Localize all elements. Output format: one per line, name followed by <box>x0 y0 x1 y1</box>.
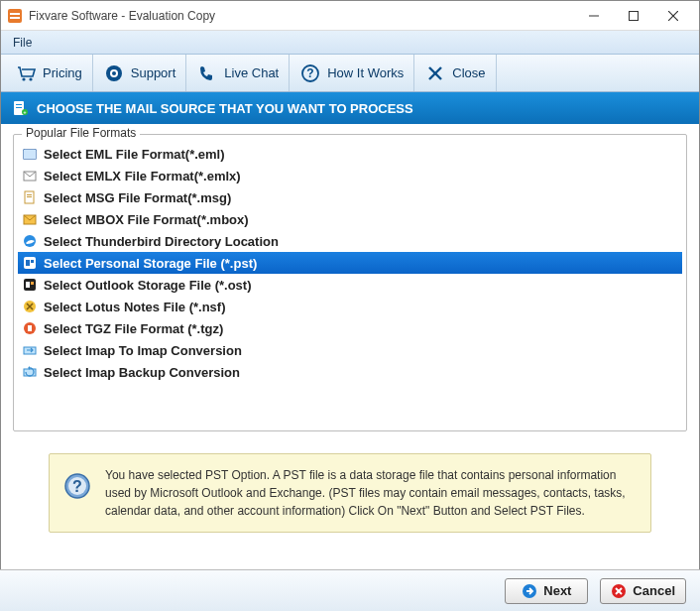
mbox-icon <box>22 211 38 227</box>
ost-icon <box>22 277 38 293</box>
format-option[interactable]: Select EMLX File Format(*.emlx) <box>18 165 682 186</box>
format-option[interactable]: Select EML File Format(*.eml) <box>18 143 682 165</box>
svg-rect-22 <box>24 150 36 159</box>
pst-icon <box>22 255 38 271</box>
cart-icon <box>15 62 37 84</box>
menubar: File <box>1 31 699 55</box>
svg-rect-17 <box>16 104 22 105</box>
msg-icon <box>22 189 38 205</box>
toolbar-support-label: Support <box>131 65 176 80</box>
close-icon <box>424 62 446 84</box>
format-option[interactable]: Select Imap Backup Conversion <box>18 361 682 383</box>
svg-text:?: ? <box>72 478 82 495</box>
svg-rect-18 <box>16 107 22 108</box>
titlebar: Fixvare Software - Evaluation Copy <box>1 1 699 31</box>
format-option[interactable]: Select MBOX File Format(*.mbox) <box>18 208 682 230</box>
groupbox-legend: Popular File Formats <box>22 126 140 140</box>
toolbar-pricing-button[interactable]: Pricing <box>5 55 93 91</box>
page-icon: + <box>11 99 29 117</box>
svg-point-7 <box>22 77 25 80</box>
toolbar-livechat-label: Live Chat <box>224 65 279 80</box>
toolbar-livechat-button[interactable]: Live Chat <box>186 55 290 91</box>
phone-icon <box>196 62 218 84</box>
svg-rect-2 <box>10 17 20 19</box>
svg-point-11 <box>112 71 116 75</box>
format-label: Select Lotus Notes File (*.nsf) <box>44 300 225 314</box>
main-area: Popular File Formats Select EML File For… <box>1 124 699 543</box>
info-panel: ? You have selected PST Option. A PST fi… <box>49 453 651 533</box>
thunderbird-icon <box>22 233 38 249</box>
svg-rect-0 <box>8 9 22 23</box>
info-text: You have selected PST Option. A PST file… <box>105 466 637 520</box>
tgz-icon <box>22 320 38 336</box>
window-title: Fixvare Software - Evaluation Copy <box>29 9 574 23</box>
svg-rect-25 <box>27 194 32 195</box>
svg-rect-31 <box>31 260 34 263</box>
menu-file[interactable]: File <box>5 34 40 52</box>
info-question-icon: ? <box>63 472 91 500</box>
format-label: Select MBOX File Format(*.mbox) <box>44 212 249 227</box>
question-icon: ? <box>299 62 321 84</box>
svg-rect-1 <box>10 13 20 15</box>
format-option[interactable]: Select MSG File Format(*.msg) <box>18 186 682 208</box>
svg-rect-33 <box>26 282 30 288</box>
format-option[interactable]: Select Personal Storage File (*.pst) <box>18 252 682 274</box>
emlx-icon <box>22 168 38 183</box>
format-label: Select Personal Storage File (*.pst) <box>44 256 257 271</box>
toolbar: Pricing Support Live Chat ? How It Works… <box>1 55 699 92</box>
cancel-icon <box>611 583 627 599</box>
format-label: Select Thunderbird Directory Location <box>44 234 279 249</box>
toolbar-close-label: Close <box>452 65 485 80</box>
footer-bar: Next Cancel <box>0 569 700 611</box>
minimize-button[interactable] <box>574 2 614 30</box>
header-bar: + CHOOSE THE MAIL SOURCE THAT YOU WANT T… <box>1 92 699 124</box>
format-option[interactable]: Select Outlook Storage File (*.ost) <box>18 274 682 296</box>
svg-rect-30 <box>26 260 30 266</box>
support-icon <box>103 62 125 84</box>
svg-rect-37 <box>28 325 32 331</box>
arrow-right-icon <box>522 583 537 599</box>
cancel-label: Cancel <box>633 583 675 598</box>
toolbar-close-button[interactable]: Close <box>414 55 496 91</box>
eml-icon <box>22 146 38 162</box>
formats-groupbox: Popular File Formats Select EML File For… <box>13 134 687 431</box>
format-option[interactable]: Select Thunderbird Directory Location <box>18 230 682 252</box>
svg-rect-26 <box>27 196 32 197</box>
format-option[interactable]: Select Lotus Notes File (*.nsf) <box>18 296 682 317</box>
svg-rect-4 <box>630 11 639 20</box>
toolbar-pricing-label: Pricing <box>43 65 82 80</box>
svg-text:?: ? <box>307 66 314 80</box>
format-option[interactable]: Select Imap To Imap Conversion <box>18 339 682 361</box>
svg-rect-34 <box>31 282 34 285</box>
toolbar-howitworks-button[interactable]: ? How It Works <box>290 55 414 91</box>
header-text: CHOOSE THE MAIL SOURCE THAT YOU WANT TO … <box>37 101 413 116</box>
next-label: Next <box>543 583 571 598</box>
app-icon <box>7 8 23 24</box>
maximize-button[interactable] <box>614 2 653 30</box>
formats-list: Select EML File Format(*.eml)Select EMLX… <box>18 143 682 383</box>
toolbar-howitworks-label: How It Works <box>327 65 404 80</box>
format-label: Select EML File Format(*.eml) <box>44 147 225 162</box>
format-label: Select EMLX File Format(*.emlx) <box>44 169 241 183</box>
format-label: Select TGZ File Format (*.tgz) <box>44 321 223 336</box>
nsf-icon <box>22 299 38 314</box>
format-label: Select Imap To Imap Conversion <box>44 343 242 358</box>
imapb-icon <box>22 364 38 380</box>
next-button[interactable]: Next <box>505 578 588 604</box>
format-label: Select MSG File Format(*.msg) <box>44 190 231 205</box>
format-label: Select Imap Backup Conversion <box>44 365 240 380</box>
svg-text:+: + <box>24 109 27 115</box>
svg-point-8 <box>29 77 32 80</box>
format-label: Select Outlook Storage File (*.ost) <box>44 278 251 293</box>
format-option[interactable]: Select TGZ File Format (*.tgz) <box>18 317 682 339</box>
toolbar-support-button[interactable]: Support <box>93 55 187 91</box>
close-window-button[interactable] <box>653 2 693 30</box>
cancel-button[interactable]: Cancel <box>600 578 686 604</box>
imap-icon <box>22 342 38 358</box>
